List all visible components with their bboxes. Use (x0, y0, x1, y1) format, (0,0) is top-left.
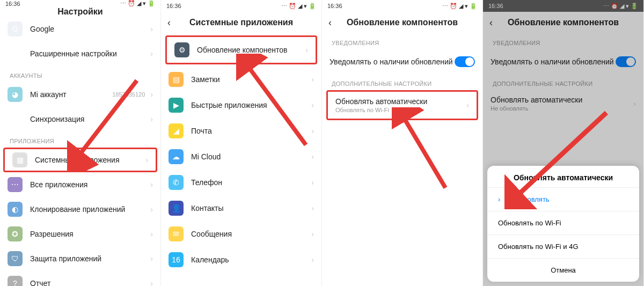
row-fast-apps[interactable]: ▶ Быстрые приложения › (161, 92, 321, 118)
apps-icon: ▦ (12, 152, 27, 167)
row-mail[interactable]: ◢ Почта › (161, 118, 321, 144)
row-messages[interactable]: ✉ Сообщения › (161, 221, 321, 247)
all-apps-icon: ⋯ (8, 177, 23, 192)
label-sys-apps: Системные приложения (35, 156, 145, 164)
row-contacts[interactable]: 👤 Контакты › (161, 195, 321, 221)
chevron-right-icon: › (311, 101, 314, 109)
back-icon[interactable]: ‹ (167, 17, 171, 28)
advanced-icon: ⋯ (8, 46, 23, 61)
section-apps: ПРИЛОЖЕНИЯ (0, 131, 160, 148)
label-mail: Почта (191, 127, 311, 135)
label-auto-sub: Обновлять по Wi-Fi (335, 107, 466, 113)
option-update-wifi-4g[interactable]: Обновлять по Wi-Fi и 4G (487, 234, 639, 258)
section-more: ДОПОЛНИТЕЛЬНЫЕ НАСТРОЙКИ (322, 74, 482, 90)
chevron-right-icon: › (305, 46, 308, 54)
status-time: 16:36 (5, 1, 20, 7)
label-mi: Mi аккаунт (30, 90, 112, 99)
label-cal: Календарь (191, 255, 311, 264)
chevron-right-icon: › (150, 115, 153, 123)
row-clone[interactable]: ◐ Клонирование приложений › (0, 197, 160, 222)
row-calendar[interactable]: 16 Календарь › (161, 247, 321, 273)
label-advanced: Расширенные настройки (30, 49, 150, 58)
screen-component-updates: 16:36 ⋯ ⏰ ◢ ▾ 🔋 ‹ Обновление компонентов… (322, 0, 483, 286)
status-bar: 16:36 ⋯ ⏰ ◢ ▾ 🔋 (322, 0, 482, 12)
google-icon: G (8, 21, 23, 36)
row-notify-updates[interactable]: Уведомлять о наличии обновлений (322, 49, 482, 74)
row-system-apps[interactable]: ▦ Системные приложения › (3, 148, 157, 172)
chevron-right-icon: › (498, 195, 500, 203)
label-sync: Синхронизация (30, 115, 150, 123)
label-msg: Сообщения (191, 230, 311, 238)
mail-icon: ◢ (169, 123, 184, 138)
report-icon: ? (8, 276, 23, 286)
phone-icon: ✆ (169, 175, 184, 190)
option-update-wifi[interactable]: Обновлять по Wi-Fi (487, 211, 639, 234)
status-bar: 16:36 ⋯ ⏰ ◢ ▾ 🔋 (161, 0, 321, 12)
header: ‹ Системные приложения (161, 12, 321, 33)
row-report[interactable]: ? Отчет › (0, 271, 160, 286)
page-title: Обновление компонентов (347, 18, 458, 27)
chevron-right-icon: › (311, 75, 314, 84)
toggle-on[interactable] (455, 56, 475, 67)
chevron-right-icon: › (150, 279, 153, 286)
calendar-icon: 16 (169, 252, 184, 267)
sync-icon: ⟳ (8, 112, 23, 127)
status-icons: ⋯ ⏰ ◢ ▾ 🔋 (120, 0, 155, 7)
row-google[interactable]: G Google › (0, 17, 160, 41)
label-phone: Телефон (191, 178, 311, 187)
screen-auto-update-sheet: 16:36 ⋯ ⏰ ◢ ▾ 🔋 ‹ Обновление компонентов… (483, 0, 644, 286)
chevron-right-icon: › (150, 90, 153, 99)
option-do-not-update[interactable]: › Не обновлять (487, 187, 639, 211)
status-time: 16:36 (327, 3, 342, 9)
row-component-updates[interactable]: ⚙ Обновление компонентов › (165, 35, 317, 64)
back-icon[interactable]: ‹ (328, 17, 332, 28)
section-notifications: УВЕДОМЛЕНИЯ (322, 33, 482, 49)
chevron-right-icon: › (150, 230, 153, 238)
label-comp: Обновление компонентов (197, 46, 305, 54)
chevron-right-icon: › (311, 230, 314, 238)
header: Настройки (0, 7, 160, 17)
page-title: Настройки (57, 7, 103, 17)
label-auto: Обновлять автоматически (335, 97, 466, 106)
label-protect: Защита приложений (30, 254, 150, 263)
header: ‹ Обновление компонентов (322, 12, 482, 33)
row-phone[interactable]: ✆ Телефон › (161, 170, 321, 195)
mi-account-icon: ◕ (8, 87, 23, 102)
chevron-right-icon: › (466, 101, 469, 109)
mi-id: 1852835120 (112, 91, 145, 98)
gear-icon: ⚙ (174, 42, 189, 57)
row-micloud[interactable]: ☁ Mi Cloud › (161, 144, 321, 170)
sheet-title: Обновлять автоматически (487, 166, 639, 187)
row-auto-update[interactable]: Обновлять автоматически Обновлять по Wi-… (326, 90, 478, 120)
chevron-right-icon: › (311, 127, 314, 135)
svg-line-2 (401, 114, 445, 188)
label-google: Google (30, 25, 150, 33)
section-accounts: АККАУНТЫ (0, 66, 160, 82)
permissions-icon: ✪ (8, 226, 23, 241)
option-label: Обновлять по Wi-Fi и 4G (498, 243, 579, 251)
label-report: Отчет (30, 279, 150, 286)
row-advanced[interactable]: ⋯ Расширенные настройки › (0, 41, 160, 66)
messages-icon: ✉ (169, 226, 184, 241)
shield-icon: 🛡 (8, 251, 23, 266)
calendar-date: 16 (172, 255, 180, 264)
label-notes: Заметки (191, 75, 311, 84)
row-permissions[interactable]: ✪ Разрешения › (0, 222, 160, 246)
chevron-right-icon: › (311, 204, 314, 212)
action-sheet: Обновлять автоматически › Не обновлять О… (487, 166, 639, 282)
cancel-button[interactable]: Отмена (487, 258, 639, 282)
label-clone: Клонирование приложений (30, 205, 150, 214)
row-notes[interactable]: ▤ Заметки › (161, 67, 321, 92)
label-contacts: Контакты (191, 204, 311, 212)
row-sync[interactable]: ⟳ Синхронизация › (0, 107, 160, 131)
chevron-right-icon: › (311, 255, 314, 264)
option-label: Обновлять по Wi-Fi (498, 219, 561, 227)
row-protect[interactable]: 🛡 Защита приложений › (0, 246, 160, 271)
chevron-right-icon: › (150, 205, 153, 214)
contacts-icon: 👤 (169, 201, 184, 216)
row-all-apps[interactable]: ⋯ Все приложения › (0, 172, 160, 197)
page-title: Системные приложения (189, 18, 293, 27)
screen-settings: 16:36 ⋯ ⏰ ◢ ▾ 🔋 Настройки G Google › ⋯ Р… (0, 0, 161, 286)
row-mi-account[interactable]: ◕ Mi аккаунт 1852835120 › (0, 82, 160, 107)
fast-apps-icon: ▶ (169, 98, 184, 113)
